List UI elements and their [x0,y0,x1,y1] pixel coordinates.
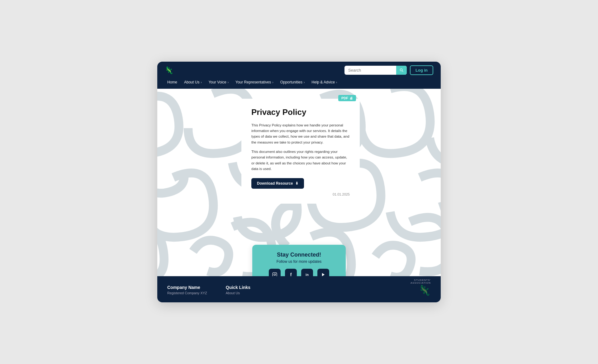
linkedin-button[interactable]: in [301,269,313,276]
navbar: 🦎 Log in Home About Us › [157,62,441,89]
svg-marker-6 [322,273,325,276]
footer: Company Name Registered Company XYZ Quic… [157,276,441,302]
nav-help[interactable]: Help & Advice › [309,79,339,86]
footer-company: Company Name Registered Company XYZ [167,285,207,295]
pdf-icon: 🖨 [349,96,353,100]
pdf-label: PDF [341,96,348,100]
content-paragraph-1: This Privacy Policy explains how we hand… [251,122,350,145]
chevron-icon: › [272,81,273,84]
date-text: 01.01.2025 [251,192,350,196]
navbar-bottom: Home About Us › Your Voice › Your Repres… [165,79,433,89]
footer-links: Quick Links About Us [226,285,250,295]
youtube-button[interactable] [317,269,329,276]
instagram-icon [272,272,277,276]
download-icon: ⬇ [295,181,298,186]
pdf-badge: PDF 🖨 [338,95,356,101]
footer-logo-icon: 🦎 [418,284,431,296]
quick-links-item[interactable]: About Us [226,291,250,295]
main-content-area: PDF 🖨 Privacy Policy This Privacy Policy… [157,89,441,276]
footer-logo-text: STUDENTS'ASSOCIATION [411,279,431,284]
nav-your-voice[interactable]: Your Voice › [206,79,231,86]
social-subtitle: Follow us for more updates [259,259,339,264]
download-label: Download Resource [257,181,293,186]
page-title: Privacy Policy [251,107,350,117]
nav-home[interactable]: Home [165,79,180,86]
content-card: PDF 🖨 Privacy Policy This Privacy Policy… [241,99,360,203]
nav-representatives[interactable]: Your Representatives › [233,79,276,86]
facebook-button[interactable]: f [285,269,297,276]
social-title: Stay Connected! [259,252,339,258]
svg-point-5 [276,273,276,273]
social-icons: f in [259,269,339,276]
navbar-top: 🦎 Log in [165,62,433,79]
download-resource-button[interactable]: Download Resource ⬇ [251,178,304,189]
search-wrapper [344,66,407,75]
quick-links-title: Quick Links [226,285,250,290]
chevron-icon: › [228,81,229,84]
nav-search-group: Log in [344,65,433,75]
footer-logo-area: STUDENTS'ASSOCIATION 🦎 [411,279,431,296]
content-paragraph-2: This document also outlines your rights … [251,149,350,172]
bottom-spacer [157,214,441,232]
chevron-icon: › [201,81,202,84]
social-card: Stay Connected! Follow us for more updat… [252,245,346,276]
nav-about[interactable]: About Us › [182,79,204,86]
svg-line-1 [402,71,403,72]
search-button[interactable] [396,66,407,75]
login-button[interactable]: Log in [410,65,433,75]
chevron-icon: › [336,81,337,84]
youtube-icon [321,272,325,276]
linkedin-icon: in [306,273,309,276]
nav-opportunities[interactable]: Opportunities › [278,79,307,86]
logo-icon: 🦎 [165,66,173,74]
company-sub: Registered Company XYZ [167,291,207,295]
search-icon [400,68,404,72]
browser-window: 🦎 Log in Home About Us › [157,62,441,302]
facebook-icon: f [290,272,292,276]
svg-point-4 [274,274,275,275]
instagram-button[interactable] [269,269,281,276]
company-name: Company Name [167,285,207,290]
chevron-icon: › [304,81,305,84]
